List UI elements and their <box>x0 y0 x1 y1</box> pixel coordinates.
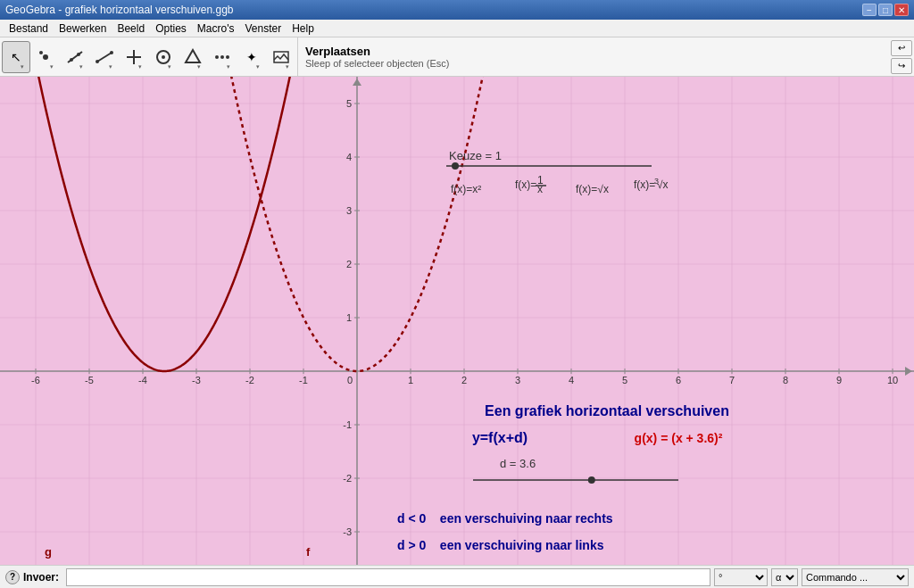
help-button[interactable]: ? <box>5 570 20 584</box>
menu-item-beeld[interactable]: Beeld <box>112 21 150 37</box>
svg-point-3 <box>70 58 73 62</box>
tool-desc-label: Sleep of selecteer objecten (Esc) <box>305 58 882 69</box>
segment-tool-button[interactable]: ▾ <box>90 41 119 73</box>
tool-info-panel: Verplaatsen Sleep of selecteer objecten … <box>298 37 889 76</box>
main-area <box>0 77 914 565</box>
title-bar: GeoGebra - grafiek horizontaal verschuiv… <box>0 0 914 20</box>
svg-point-15 <box>226 55 229 59</box>
alpha-select[interactable]: α <box>771 568 798 586</box>
svg-point-13 <box>215 55 219 59</box>
svg-point-4 <box>77 53 80 56</box>
image-tool-button[interactable]: ▾ <box>267 41 295 73</box>
close-button[interactable]: ✕ <box>894 4 909 16</box>
perp-tool-button[interactable]: ▾ <box>120 41 148 73</box>
status-bar: ? Invoer: ° α Commando ... <box>0 565 914 588</box>
menu-item-macro's[interactable]: Macro's <box>192 21 240 37</box>
invoer-input[interactable] <box>66 568 710 586</box>
circle-tool-button[interactable]: ▾ <box>149 41 178 73</box>
menu-item-help[interactable]: Help <box>287 21 320 37</box>
select-tool-button[interactable]: ↖▾ <box>2 41 30 73</box>
svg-point-14 <box>220 55 224 59</box>
tool-group-main: ↖▾ ▾ ▾ ▾ ▾ ▾ ▾ ▾ ✦▾ <box>0 37 298 76</box>
transform-tool-button[interactable]: ✦▾ <box>237 41 266 73</box>
restore-button[interactable]: □ <box>878 4 893 16</box>
window-controls: − □ ✕ <box>862 4 909 16</box>
svg-point-6 <box>96 60 99 63</box>
tool-name-label: Verplaatsen <box>305 45 882 58</box>
toolbar: ↖▾ ▾ ▾ ▾ ▾ ▾ ▾ ▾ ✦▾ <box>0 37 914 77</box>
redo-button[interactable]: ↪ <box>891 58 912 74</box>
graph-canvas <box>0 77 914 565</box>
undo-redo-panel: ↩ ↪ <box>889 37 914 76</box>
window-title: GeoGebra - grafiek horizontaal verschuiv… <box>5 4 233 16</box>
undo-button[interactable]: ↩ <box>891 40 912 56</box>
svg-point-11 <box>162 55 165 59</box>
menu-bar: BestandBewerkenBeeldOptiesMacro'sVenster… <box>0 20 914 37</box>
svg-point-0 <box>43 54 48 60</box>
svg-marker-12 <box>186 50 200 62</box>
invoer-label: Invoer: <box>23 571 59 584</box>
svg-point-1 <box>39 51 43 54</box>
menu-item-opties[interactable]: Opties <box>150 21 192 37</box>
menu-item-venster[interactable]: Venster <box>239 21 287 37</box>
minimize-button[interactable]: − <box>862 4 877 16</box>
svg-point-7 <box>110 51 113 54</box>
dotted-tool-button[interactable]: ▾ <box>208 41 237 73</box>
degree-select[interactable]: ° <box>714 568 768 586</box>
line-tool-button[interactable]: ▾ <box>61 41 89 73</box>
commando-select[interactable]: Commando ... <box>802 568 909 586</box>
menu-item-bewerken[interactable]: Bewerken <box>54 21 112 37</box>
point-tool-button[interactable]: ▾ <box>31 41 60 73</box>
polygon-tool-button[interactable]: ▾ <box>179 41 207 73</box>
graph-area[interactable] <box>0 77 914 565</box>
menu-item-bestand[interactable]: Bestand <box>4 21 54 37</box>
svg-line-5 <box>97 53 112 62</box>
